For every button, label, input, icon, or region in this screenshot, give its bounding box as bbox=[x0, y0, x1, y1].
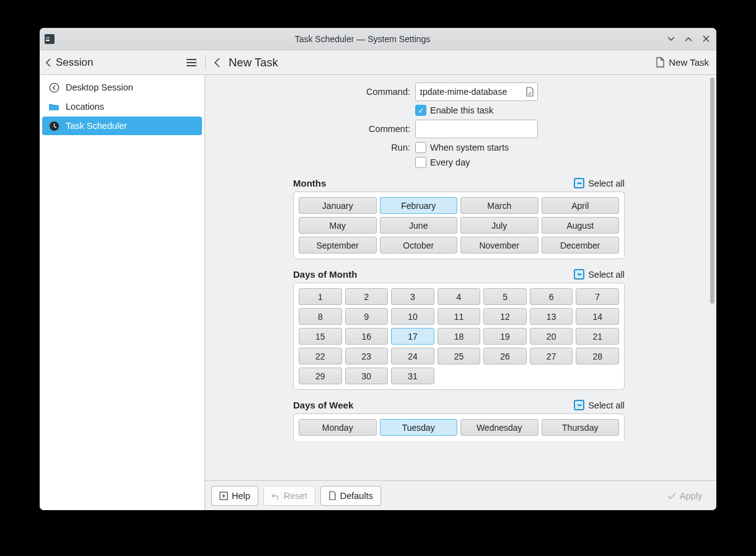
sidebar-item-desktop-session[interactable]: Desktop Session bbox=[42, 78, 202, 97]
help-button[interactable]: Help bbox=[211, 486, 258, 506]
dom-toggle-22[interactable]: 22 bbox=[299, 348, 342, 364]
hamburger-menu[interactable] bbox=[184, 56, 199, 69]
enable-task-checkbox[interactable]: ✓ Enable this task bbox=[415, 105, 493, 116]
folder-icon bbox=[48, 101, 59, 112]
dom-toggle-28[interactable]: 28 bbox=[576, 348, 619, 364]
comment-label: Comment: bbox=[215, 124, 415, 134]
dom-toggle-2[interactable]: 2 bbox=[345, 288, 389, 305]
month-toggle-january[interactable]: January bbox=[299, 197, 377, 214]
dom-toggle-30[interactable]: 30 bbox=[345, 368, 389, 384]
dom-toggle-5[interactable]: 5 bbox=[483, 288, 527, 305]
month-toggle-march[interactable]: March bbox=[460, 197, 538, 214]
dom-toggle-7[interactable]: 7 bbox=[576, 288, 619, 305]
document-icon bbox=[328, 491, 336, 500]
dom-title: Days of Month bbox=[293, 269, 357, 280]
dom-toggle-20[interactable]: 20 bbox=[530, 328, 573, 345]
defaults-button[interactable]: Defaults bbox=[320, 486, 381, 506]
dom-toggle-12[interactable]: 12 bbox=[483, 308, 527, 325]
sidebar-item-locations[interactable]: Locations bbox=[42, 97, 202, 116]
select-all-icon: ••• bbox=[574, 178, 584, 188]
dom-toggle-18[interactable]: 18 bbox=[437, 328, 481, 345]
apply-button: Apply bbox=[659, 486, 710, 506]
dom-toggle-17[interactable]: 17 bbox=[391, 328, 434, 345]
help-icon bbox=[219, 492, 228, 500]
dom-select-all[interactable]: ••• Select all bbox=[574, 269, 625, 280]
run-label: Run: bbox=[215, 143, 415, 152]
dom-toggle-19[interactable]: 19 bbox=[483, 328, 527, 345]
dom-toggle-15[interactable]: 15 bbox=[299, 328, 342, 345]
chevron-left-icon[interactable] bbox=[213, 58, 221, 68]
month-toggle-december[interactable]: December bbox=[542, 237, 620, 254]
dom-toggle-21[interactable]: 21 bbox=[576, 328, 619, 345]
page-title: New Task bbox=[229, 56, 278, 69]
dom-toggle-9[interactable]: 9 bbox=[345, 308, 389, 325]
new-task-button[interactable]: New Task bbox=[656, 57, 716, 68]
dow-toggle-thursday[interactable]: Thursday bbox=[542, 419, 620, 436]
new-file-icon bbox=[656, 57, 665, 68]
dom-toggle-27[interactable]: 27 bbox=[530, 348, 573, 364]
undo-icon bbox=[271, 492, 280, 500]
checkbox-icon: ✓ bbox=[415, 105, 426, 116]
dom-toggle-31[interactable]: 31 bbox=[391, 368, 434, 384]
reset-button: Reset bbox=[263, 486, 315, 506]
checkbox-icon bbox=[415, 142, 426, 153]
titlebar: Task Scheduler — System Settings bbox=[40, 28, 716, 50]
dom-toggle-8[interactable]: 8 bbox=[299, 308, 342, 325]
scrollbar[interactable] bbox=[710, 77, 714, 304]
dom-toggle-4[interactable]: 4 bbox=[437, 288, 481, 305]
select-all-icon: ••• bbox=[574, 269, 584, 280]
month-toggle-september[interactable]: September bbox=[299, 237, 377, 254]
breadcrumb: Session bbox=[56, 56, 93, 69]
dom-toggle-1[interactable]: 1 bbox=[299, 288, 342, 305]
minimize-icon[interactable] bbox=[666, 33, 677, 45]
dom-toggle-11[interactable]: 11 bbox=[437, 308, 481, 325]
dow-toggle-tuesday[interactable]: Tuesday bbox=[380, 419, 458, 436]
dow-title: Days of Week bbox=[293, 400, 353, 410]
browse-file-icon[interactable] bbox=[525, 87, 534, 97]
month-toggle-july[interactable]: July bbox=[460, 217, 538, 234]
dom-toggle-3[interactable]: 3 bbox=[391, 288, 434, 305]
comment-input[interactable] bbox=[415, 120, 538, 138]
select-all-icon: ••• bbox=[574, 400, 584, 410]
chevron-left-icon bbox=[45, 58, 52, 67]
month-toggle-may[interactable]: May bbox=[299, 217, 377, 234]
dow-toggle-monday[interactable]: Monday bbox=[299, 419, 377, 436]
breadcrumb-back[interactable]: Session bbox=[45, 56, 93, 69]
sidebar: Desktop Session Locations Task Scheduler bbox=[40, 75, 205, 510]
months-select-all[interactable]: ••• Select all bbox=[574, 178, 625, 188]
dom-toggle-24[interactable]: 24 bbox=[391, 348, 434, 364]
bottom-toolbar: Help Reset Defaults Apply bbox=[205, 480, 716, 510]
month-toggle-february[interactable]: February bbox=[380, 197, 458, 214]
command-input[interactable]: ɪpdate-mime-database bbox=[415, 82, 538, 101]
run-when-system-starts-checkbox[interactable]: When system starts bbox=[415, 142, 509, 153]
month-toggle-october[interactable]: October bbox=[380, 237, 458, 254]
month-toggle-november[interactable]: November bbox=[460, 237, 538, 254]
month-toggle-april[interactable]: April bbox=[542, 197, 620, 214]
command-label: Command: bbox=[215, 87, 415, 97]
dom-toggle-23[interactable]: 23 bbox=[345, 348, 389, 364]
svg-point-0 bbox=[50, 83, 58, 92]
window-title: Task Scheduler — System Settings bbox=[59, 34, 666, 44]
dom-toggle-14[interactable]: 14 bbox=[576, 308, 619, 325]
scroll-area[interactable]: Command: ɪpdate-mime-database ✓ Enable t… bbox=[205, 75, 716, 480]
run-every-day-checkbox[interactable]: Every day bbox=[415, 157, 470, 168]
dom-toggle-13[interactable]: 13 bbox=[530, 308, 573, 325]
dom-toggle-26[interactable]: 26 bbox=[483, 348, 527, 364]
back-circle-icon bbox=[48, 82, 59, 93]
dom-toggle-25[interactable]: 25 bbox=[437, 348, 481, 364]
month-toggle-august[interactable]: August bbox=[542, 217, 620, 234]
close-icon[interactable] bbox=[700, 33, 711, 45]
maximize-icon[interactable] bbox=[683, 33, 694, 45]
dom-toggle-6[interactable]: 6 bbox=[530, 288, 573, 305]
dow-toggle-wednesday[interactable]: Wednesday bbox=[460, 419, 538, 436]
sidebar-item-task-scheduler[interactable]: Task Scheduler bbox=[42, 117, 202, 135]
dow-select-all[interactable]: ••• Select all bbox=[574, 400, 625, 410]
days-of-week-section: Days of Week ••• Select all MondayTuesda… bbox=[215, 400, 703, 441]
dom-toggle-29[interactable]: 29 bbox=[299, 368, 342, 384]
months-title: Months bbox=[293, 178, 326, 188]
dom-toggle-10[interactable]: 10 bbox=[391, 308, 434, 325]
days-of-month-section: Days of Month ••• Select all 12345678910… bbox=[215, 269, 703, 390]
dom-toggle-16[interactable]: 16 bbox=[345, 328, 389, 345]
month-toggle-june[interactable]: June bbox=[380, 217, 458, 234]
settings-window: Task Scheduler — System Settings Session… bbox=[40, 28, 716, 510]
